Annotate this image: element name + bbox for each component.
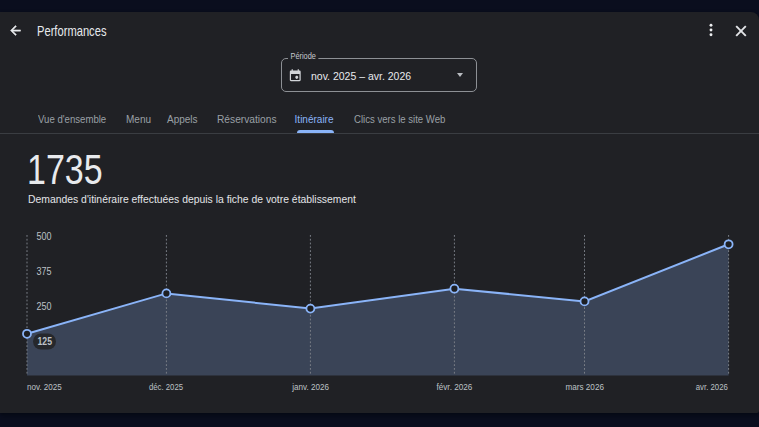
svg-text:250: 250	[37, 301, 52, 312]
svg-text:nov. 2025: nov. 2025	[27, 382, 62, 392]
svg-text:mars 2026: mars 2026	[565, 382, 604, 392]
svg-text:avr. 2026: avr. 2026	[696, 382, 728, 392]
svg-text:janv. 2026: janv. 2026	[291, 382, 329, 392]
svg-text:500: 500	[37, 231, 52, 242]
svg-text:févr. 2026: févr. 2026	[437, 382, 473, 392]
svg-text:375: 375	[37, 266, 52, 277]
svg-text:125: 125	[38, 336, 53, 347]
svg-text:déc. 2025: déc. 2025	[149, 382, 183, 392]
